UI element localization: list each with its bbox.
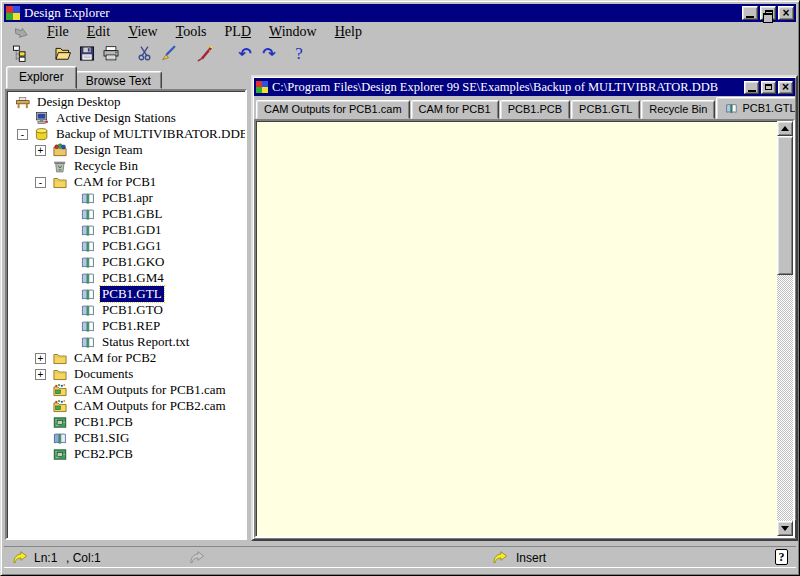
gerber-code[interactable] (256, 121, 775, 536)
tree-item[interactable]: PCB1.GM4 (7, 270, 245, 286)
cut-button[interactable] (133, 43, 157, 65)
tree-item-icon (80, 191, 97, 206)
tree-item-label: PCB2.PCB (72, 446, 135, 462)
tree-item[interactable]: PCB1.apr (7, 190, 245, 206)
wizard-wand-icon (196, 45, 214, 62)
menu-edit[interactable]: Edit (78, 24, 119, 40)
menu-file[interactable]: File (38, 24, 78, 40)
tree-item[interactable]: PCB1.GKO (7, 254, 245, 270)
close-button[interactable]: × (778, 6, 794, 20)
doc-minimize-button[interactable] (744, 81, 759, 94)
app-icon[interactable] (6, 6, 20, 20)
document-title: C:\Program Files\Design Explorer 99 SE\E… (272, 80, 744, 95)
doc-maximize-button[interactable] (761, 81, 776, 94)
menu-view[interactable]: View (119, 24, 167, 40)
document-window: C:\Program Files\Design Explorer 99 SE\E… (251, 75, 798, 541)
document-tab[interactable]: CAM for PCB1 (411, 100, 499, 119)
menu-tools[interactable]: Tools (167, 24, 216, 40)
document-tab[interactable]: PCB1.GTL (716, 97, 795, 119)
tree-item[interactable]: - CAM for PCB1 (7, 174, 245, 190)
scroll-up-button[interactable] (777, 121, 793, 136)
design-explorer-window: Design Explorer × FileEditViewToolsPLDWi… (0, 0, 800, 576)
tree-item[interactable]: Design Desktop (7, 94, 245, 110)
restore-button[interactable] (760, 6, 776, 20)
vertical-scrollbar[interactable] (777, 121, 793, 536)
text-editor-area[interactable] (254, 119, 795, 538)
tree-item-icon (52, 431, 69, 446)
expand-toggle[interactable]: + (35, 369, 46, 380)
wizard-button[interactable] (193, 43, 217, 65)
tree-item[interactable]: Status Report.txt (7, 334, 245, 350)
tree-item[interactable]: PCB1.PCB (7, 414, 245, 430)
toggle-design-manager-button[interactable] (9, 43, 33, 65)
down-arrow-icon (781, 526, 789, 531)
expand-toggle[interactable]: + (35, 353, 46, 364)
print-button[interactable] (99, 43, 123, 65)
main-toolbar: ↶ ↷ ? (4, 41, 796, 66)
doc-minimize-icon (748, 90, 756, 92)
save-button[interactable] (75, 43, 99, 65)
help-button[interactable]: ? (287, 43, 311, 65)
scroll-down-button[interactable] (777, 521, 793, 536)
paste-button[interactable] (157, 43, 181, 65)
document-tab[interactable]: CAM Outputs for PCB1.cam (256, 100, 410, 119)
undo-button[interactable]: ↶ (233, 43, 257, 65)
undo-icon: ↶ (238, 45, 251, 63)
menu-help[interactable]: Help (326, 24, 371, 40)
expand-toggle[interactable]: - (17, 129, 28, 140)
tree-item[interactable]: PCB1.GBL (7, 206, 245, 222)
redo-button[interactable]: ↷ (257, 43, 281, 65)
tree-item-icon (52, 415, 69, 430)
tree-item-label: Recycle Bin (72, 158, 140, 174)
window-title: Design Explorer (24, 5, 742, 21)
tree-item-icon (34, 127, 51, 142)
document-tab[interactable]: Recycle Bin (641, 100, 715, 119)
system-menu-arrow-icon[interactable] (4, 24, 38, 40)
tree-item[interactable]: + Documents (7, 366, 245, 382)
document-tab[interactable]: PCB1.PCB (500, 100, 570, 119)
tree-item[interactable]: CAM Outputs for PCB2.cam (7, 398, 245, 414)
tree-item-label: PCB1.apr (100, 190, 155, 206)
tree-item-label: Design Team (72, 142, 145, 158)
tree-item-icon (52, 399, 69, 414)
doc-maximize-icon (765, 84, 772, 90)
redo-icon: ↷ (262, 45, 275, 63)
tree-item[interactable]: PCB1.GTO (7, 302, 245, 318)
document-tab[interactable]: PCB1.GTL (571, 100, 640, 119)
scrollbar-thumb[interactable] (777, 136, 793, 275)
cursor-jump-icon (12, 550, 28, 565)
tree-item[interactable]: Recycle Bin (7, 158, 245, 174)
tree-item[interactable]: CAM Outputs for PCB1.cam (7, 382, 245, 398)
design-manager-icon (12, 45, 30, 62)
up-arrow-icon (781, 126, 789, 131)
tree-item[interactable]: PCB1.GG1 (7, 238, 245, 254)
status-help-icon[interactable]: ? (775, 549, 788, 565)
document-tabs: CAM Outputs for PCB1.cam CAM for PCB1 PC… (254, 97, 795, 119)
document-icon[interactable] (256, 81, 268, 93)
menu-pld[interactable]: PLD (216, 24, 260, 40)
menu-window[interactable]: Window (260, 24, 326, 40)
tab-browse-text[interactable]: Browse Text (75, 71, 162, 89)
expand-toggle[interactable]: - (35, 177, 46, 188)
tree-item[interactable]: - Backup of MULTIVIBRATOR.DDB (7, 126, 245, 142)
tree-item[interactable]: PCB1.REP (7, 318, 245, 334)
left-panel-tabs: Explorer Browse Text (6, 68, 248, 89)
tree-item[interactable]: Active Design Stations (7, 110, 245, 126)
tree-item[interactable]: + CAM for PCB2 (7, 350, 245, 366)
tree-item[interactable]: PCB1.GD1 (7, 222, 245, 238)
tree-item-label: PCB1.PCB (72, 414, 135, 430)
tree-item-icon (52, 159, 69, 174)
minimize-button[interactable] (742, 6, 758, 20)
tree-item[interactable]: PCB1.SIG (7, 430, 245, 446)
tree-item[interactable]: PCB2.PCB (7, 446, 245, 462)
status-col: , Col:1 (66, 551, 101, 565)
tree-item[interactable]: PCB1.GTL (7, 286, 245, 302)
doc-close-button[interactable]: × (778, 81, 793, 94)
tree-item-label: CAM Outputs for PCB1.cam (72, 382, 228, 398)
tree-item[interactable]: + Design Team (7, 142, 245, 158)
tab-explorer[interactable]: Explorer (6, 66, 77, 89)
tree-item-label: PCB1.GKO (100, 254, 167, 270)
tree-item-label: PCB1.GBL (100, 206, 164, 222)
open-button[interactable] (51, 43, 75, 65)
expand-toggle[interactable]: + (35, 145, 46, 156)
